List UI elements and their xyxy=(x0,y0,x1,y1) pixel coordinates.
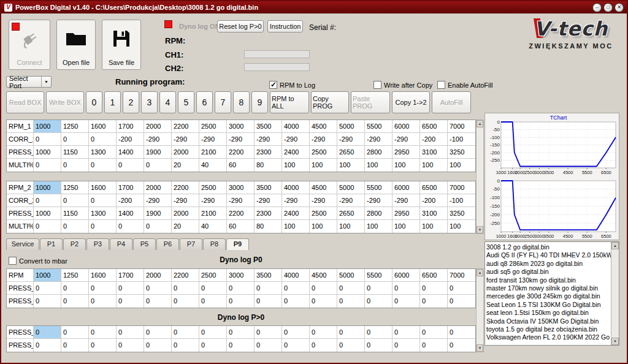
table-cell[interactable]: 0 xyxy=(337,295,365,308)
table-cell[interactable]: 0 xyxy=(34,194,61,207)
table-cell[interactable]: -290 xyxy=(392,194,420,207)
table-cell[interactable]: 0 xyxy=(199,326,227,339)
table-cell[interactable]: 100 xyxy=(282,220,310,233)
copy-1-to-2-button[interactable]: Copy 1->2 xyxy=(392,91,430,113)
program-button-6[interactable]: 6 xyxy=(196,91,213,113)
table-cell[interactable]: 4500 xyxy=(310,269,337,282)
table-cell[interactable]: 3250 xyxy=(448,146,475,159)
table-cell[interactable]: 80 xyxy=(255,220,282,233)
table-cell[interactable]: 7000 xyxy=(448,120,475,133)
table-cell[interactable]: 100 xyxy=(310,159,337,172)
table-cell[interactable]: 0 xyxy=(282,339,310,352)
table-cell[interactable]: 0 xyxy=(144,326,172,339)
tab-p7[interactable]: P7 xyxy=(180,238,202,250)
select-port-dropdown[interactable]: Select Port xyxy=(6,76,52,88)
table-cell[interactable]: 0 xyxy=(117,220,144,233)
tab-p1[interactable]: P1 xyxy=(40,238,63,250)
table-cell[interactable]: 2200 xyxy=(172,269,199,282)
tab-p2[interactable]: P2 xyxy=(63,238,86,250)
table-cell[interactable]: 2500 xyxy=(199,181,227,194)
table-cell[interactable]: -290 xyxy=(337,194,365,207)
table-cell[interactable]: 0 xyxy=(34,295,61,308)
scroll-down-icon[interactable] xyxy=(477,344,483,352)
table-cell[interactable]: 0 xyxy=(227,295,255,308)
table-cell[interactable]: 0 xyxy=(172,326,199,339)
table-cell[interactable]: 2800 xyxy=(365,207,392,220)
tab-p6[interactable]: P6 xyxy=(156,238,179,250)
table-cell[interactable]: 6500 xyxy=(420,269,448,282)
file-item[interactable]: Audi Q5 II (FY FL) 40 TDI MHEV 2.0 150kW… xyxy=(486,251,610,259)
table-cell[interactable]: 0 xyxy=(199,282,227,295)
table-cell[interactable]: 0 xyxy=(117,282,144,295)
minimize-button[interactable]: – xyxy=(592,3,602,12)
table-cell[interactable]: 100 xyxy=(365,159,392,172)
table-cell[interactable]: 2400 xyxy=(282,207,310,220)
table-cell[interactable]: 2300 xyxy=(255,207,282,220)
table-cell[interactable]: -290 xyxy=(255,133,282,146)
program-button-8[interactable]: 8 xyxy=(233,91,250,113)
table-cell[interactable]: 60 xyxy=(227,220,255,233)
table-cell[interactable]: 6000 xyxy=(392,120,420,133)
program-button-7[interactable]: 7 xyxy=(215,91,231,113)
table-cell[interactable]: 1400 xyxy=(117,146,144,159)
table-cell[interactable]: 6000 xyxy=(392,181,420,194)
table-cell[interactable]: -290 xyxy=(144,133,172,146)
program-button-2[interactable]: 2 xyxy=(123,91,139,113)
table-cell[interactable]: 0 xyxy=(61,295,89,308)
table-cell[interactable]: 0 xyxy=(61,159,89,172)
table-cell[interactable]: 0 xyxy=(420,295,448,308)
table-cell[interactable]: 0 xyxy=(89,159,117,172)
table-cell[interactable]: 0 xyxy=(172,282,199,295)
table-cell[interactable]: 40 xyxy=(199,220,227,233)
table-cell[interactable]: -200 xyxy=(117,133,144,146)
table-cell[interactable]: 2400 xyxy=(282,146,310,159)
table-cell[interactable]: 2000 xyxy=(144,181,172,194)
table-cell[interactable]: 100 xyxy=(392,159,420,172)
table-cell[interactable]: -290 xyxy=(199,194,227,207)
table-cell[interactable]: 5000 xyxy=(337,181,365,194)
table-cell[interactable]: 2200 xyxy=(227,146,255,159)
table-cell[interactable]: 4000 xyxy=(282,120,310,133)
save-file-button[interactable]: Save file xyxy=(102,20,141,70)
table-cell[interactable]: 0 xyxy=(89,133,117,146)
table-cell[interactable]: 0 xyxy=(61,133,89,146)
file-item[interactable]: Volkswagen Arteon FL 2.0 190KM 2022 Go D… xyxy=(486,333,610,341)
table-cell[interactable]: 3500 xyxy=(255,269,282,282)
close-button[interactable]: ✕ xyxy=(615,3,624,12)
table-cell[interactable]: 20 xyxy=(172,220,199,233)
table-cell[interactable]: 1250 xyxy=(61,181,89,194)
table-cell[interactable]: 2500 xyxy=(199,120,227,133)
table-cell[interactable]: 1250 xyxy=(61,269,89,282)
table-cell[interactable]: 2650 xyxy=(337,207,365,220)
table-cell[interactable]: 0 xyxy=(282,326,310,339)
table-cell[interactable]: 0 xyxy=(365,339,392,352)
table-cell[interactable]: 0 xyxy=(89,194,117,207)
table-cell[interactable]: 0 xyxy=(172,339,199,352)
table-cell[interactable]: 1000 xyxy=(34,269,61,282)
table-cell[interactable]: 1000 xyxy=(34,181,61,194)
table-cell[interactable]: 1150 xyxy=(61,146,89,159)
table-cell[interactable]: 0 xyxy=(34,159,61,172)
table-cell[interactable]: 0 xyxy=(89,326,117,339)
table-cell[interactable]: 100 xyxy=(282,159,310,172)
table-cell[interactable]: -290 xyxy=(392,133,420,146)
scroll-up-icon[interactable] xyxy=(611,242,619,249)
table-cell[interactable]: -290 xyxy=(310,194,337,207)
table-cell[interactable]: 0 xyxy=(61,326,89,339)
file-item[interactable]: mercedes gle 300d 245km go digital.bin xyxy=(486,292,610,300)
table-cell[interactable]: 4500 xyxy=(310,120,337,133)
dyno-scrollbar[interactable] xyxy=(476,268,484,352)
table-cell[interactable]: -290 xyxy=(337,133,365,146)
table-cell[interactable]: 5500 xyxy=(365,120,392,133)
table-cell[interactable]: 2500 xyxy=(310,146,337,159)
table-cell[interactable]: 2000 xyxy=(172,146,199,159)
table-cell[interactable]: 0 xyxy=(392,282,420,295)
table-cell[interactable]: 0 xyxy=(89,339,117,352)
table-cell[interactable]: 2000 xyxy=(172,207,199,220)
table-cell[interactable]: -200 xyxy=(117,194,144,207)
table-cell[interactable]: 0 xyxy=(117,159,144,172)
scroll-down-icon[interactable] xyxy=(477,226,483,233)
table-cell[interactable]: 4000 xyxy=(282,269,310,282)
table-cell[interactable]: 1700 xyxy=(117,120,144,133)
table-cell[interactable]: 4000 xyxy=(282,181,310,194)
